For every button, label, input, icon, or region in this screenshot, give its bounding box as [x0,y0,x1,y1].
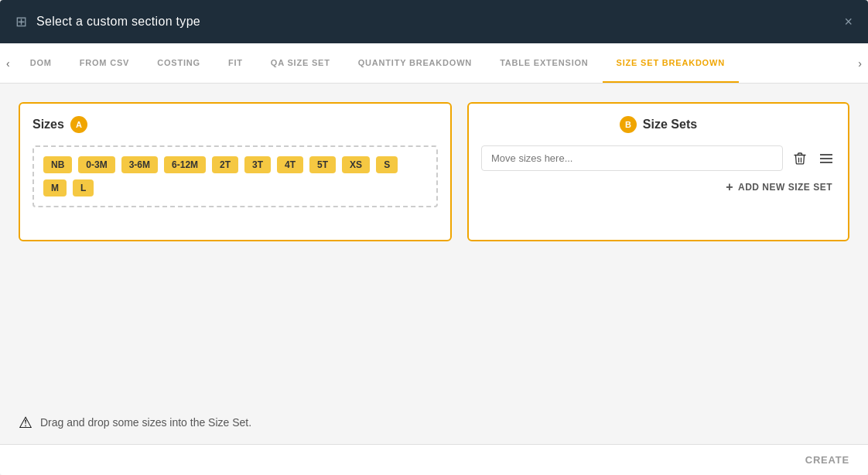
plus-icon: + [726,180,733,194]
tab-fit[interactable]: FIT [214,43,257,83]
tab-dom[interactable]: DOM [16,43,66,83]
modal-icon: ⊞ [15,13,27,30]
close-button[interactable]: × [844,15,853,29]
trash-icon [794,152,806,166]
modal-title: Select a custom section type [36,15,200,29]
size-set-input[interactable] [481,145,783,171]
size-chip-2t[interactable]: 2T [212,156,238,173]
sizes-panel: Sizes A NB 0-3M 3-6M 6-12M 2T 3T 4T 5T X… [19,102,452,241]
add-new-size-set-button[interactable]: + ADD NEW SIZE SET [481,180,836,194]
content-area: Sizes A NB 0-3M 3-6M 6-12M 2T 3T 4T 5T X… [0,84,868,401]
size-sets-panel: B Size Sets [467,102,849,241]
sizes-panel-header: Sizes A [32,116,438,133]
modal-footer: CREATE [0,444,868,475]
size-chip-5t[interactable]: 5T [309,156,336,173]
size-chip-3t[interactable]: 3T [244,156,271,173]
warning-icon: ⚠ [19,413,32,432]
size-chip-3-6m[interactable]: 3-6M [121,156,158,173]
size-chip-m[interactable]: M [43,179,67,196]
size-sets-header: B Size Sets [481,116,836,133]
tab-size-set-breakdown[interactable]: SIZE SET BREAKDOWN [603,43,739,83]
size-sets-title: Size Sets [643,118,697,132]
tab-costing[interactable]: COSTING [143,43,214,83]
modal-header: ⊞ Select a custom section type × [0,0,868,43]
size-set-row [481,145,836,171]
delete-size-set-button[interactable] [791,149,809,169]
tabs-list: DOM FROM CSV COSTING FIT QA SIZE SET QUA… [16,43,853,83]
sizes-drop-area[interactable]: NB 0-3M 3-6M 6-12M 2T 3T 4T 5T XS S M L [32,145,438,207]
reorder-size-set-button[interactable] [817,151,836,166]
hamburger-icon [820,154,832,163]
size-chip-s[interactable]: S [376,156,398,173]
scroll-left-button[interactable]: ‹ [0,43,16,83]
size-chip-4t[interactable]: 4T [277,156,303,173]
header-left: ⊞ Select a custom section type [15,13,200,30]
tab-qa-size-set[interactable]: QA SIZE SET [257,43,344,83]
scroll-right-button[interactable]: › [852,43,868,83]
size-chip-0-3m[interactable]: 0-3M [78,156,114,173]
warning-area: ⚠ Drag and drop some sizes into the Size… [0,401,868,444]
create-button[interactable]: CREATE [805,454,849,466]
modal-content: Sizes A NB 0-3M 3-6M 6-12M 2T 3T 4T 5T X… [0,84,868,444]
size-chip-nb[interactable]: NB [43,156,72,173]
tabs-bar: ‹ DOM FROM CSV COSTING FIT QA SIZE SET Q… [0,43,868,84]
size-chip-xs[interactable]: XS [342,156,370,173]
size-chip-6-12m[interactable]: 6-12M [164,156,206,173]
add-new-label: ADD NEW SIZE SET [738,182,832,193]
sizes-badge-a: A [70,116,87,133]
tab-table-extension[interactable]: TABLE EXTENSION [486,43,602,83]
tab-from-csv[interactable]: FROM CSV [66,43,143,83]
sizes-panel-title: Sizes [32,118,64,132]
modal: ⊞ Select a custom section type × ‹ DOM F… [0,0,868,475]
warning-text: Drag and drop some sizes into the Size S… [40,416,251,429]
size-chip-l[interactable]: L [73,179,94,196]
size-sets-badge-b: B [620,116,637,133]
tab-quantity-breakdown[interactable]: QUANTITY BREAKDOWN [344,43,486,83]
